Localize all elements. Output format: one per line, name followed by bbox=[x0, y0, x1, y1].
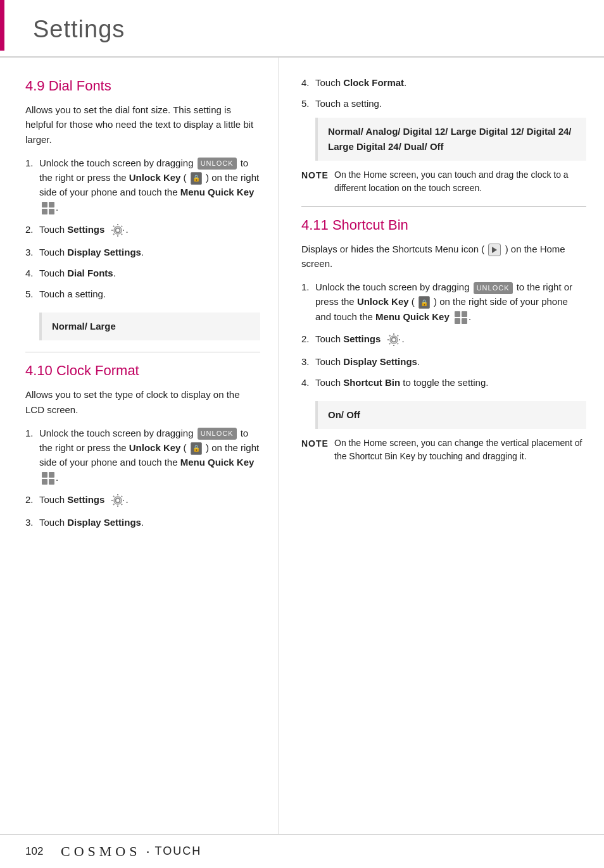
svg-rect-1 bbox=[49, 202, 54, 208]
svg-rect-8 bbox=[42, 479, 47, 485]
right-column: 4. Touch Clock Format. 5. Touch a settin… bbox=[279, 58, 604, 834]
settings-gear-icon bbox=[110, 492, 126, 509]
page: Settings 4.9 Dial Fonts Allows you to se… bbox=[0, 0, 604, 868]
step-bold: Settings bbox=[67, 224, 104, 235]
step-content: Touch Shortcut Bin to toggle the setting… bbox=[315, 375, 586, 390]
step-content: Touch Display Settings. bbox=[39, 245, 260, 259]
main-content: 4.9 Dial Fonts Allows you to set the dia… bbox=[0, 58, 604, 834]
footer-page-number: 102 bbox=[25, 843, 51, 860]
step-bold: Settings bbox=[343, 333, 381, 344]
svg-rect-6 bbox=[42, 472, 47, 478]
unlock-badge: UNLOCK bbox=[198, 428, 237, 440]
step-number: 1. bbox=[25, 156, 39, 170]
section-49-steps: 1. Unlock the touch screen by dragging U… bbox=[25, 156, 260, 302]
step-number: 1. bbox=[25, 426, 39, 440]
svg-rect-2 bbox=[42, 209, 47, 214]
footer-brand: COSMOS · TOUCH bbox=[61, 841, 201, 862]
step-number: 4. bbox=[25, 266, 39, 280]
step-bold: Unlock Key bbox=[129, 442, 181, 453]
menu-quick-key-icon bbox=[453, 310, 469, 325]
footer-touch-label: TOUCH bbox=[155, 843, 202, 860]
section-divider bbox=[25, 352, 260, 352]
step-bold2: Menu Quick Key bbox=[180, 457, 255, 468]
step-content: Touch Settings . bbox=[39, 222, 260, 239]
section-49-body: Allows you to set the dial font size. Th… bbox=[25, 102, 260, 147]
step-bold: Settings bbox=[67, 494, 104, 505]
note-text: On the Home screen, you can change the v… bbox=[334, 437, 586, 463]
lock-key-icon: 🔒 bbox=[418, 296, 430, 309]
step-number: 5. bbox=[301, 96, 315, 111]
list-item: 5. Touch a setting. bbox=[25, 287, 260, 301]
settings-gear-icon bbox=[110, 222, 126, 239]
section-411-title: 4.11 Shortcut Bin bbox=[301, 214, 586, 235]
svg-rect-9 bbox=[49, 479, 54, 485]
section-410-steps: 1. Unlock the touch screen by dragging U… bbox=[25, 426, 260, 530]
unlock-badge: UNLOCK bbox=[474, 282, 513, 294]
shortcut-bin-note: NOTE On the Home screen, you can change … bbox=[301, 437, 586, 463]
list-item: 1. Unlock the touch screen by dragging U… bbox=[25, 426, 260, 486]
step-bold: Clock Format bbox=[343, 77, 404, 88]
shortcut-bin-highlight: On/ Off bbox=[315, 401, 586, 429]
step-number: 2. bbox=[25, 222, 39, 237]
svg-point-17 bbox=[391, 337, 396, 342]
clock-format-steps-cont: 4. Touch Clock Format. 5. Touch a settin… bbox=[301, 75, 586, 111]
menu-quick-key-icon bbox=[41, 201, 56, 216]
list-item: 3. Touch Display Settings. bbox=[25, 245, 260, 259]
list-item: 2. Touch Settings . bbox=[25, 222, 260, 239]
section-divider bbox=[301, 206, 586, 207]
list-item: 5. Touch a setting. bbox=[301, 96, 586, 111]
footer-brand-name: COSMOS bbox=[61, 841, 141, 862]
section-410-body: Allows you to set the type of clock to d… bbox=[25, 387, 260, 417]
note-text: On the Home screen, you can touch and dr… bbox=[334, 168, 586, 195]
step-bold: Unlock Key bbox=[129, 172, 181, 183]
step-content: Touch Dial Fonts. bbox=[39, 266, 260, 280]
list-item: 3. Touch Display Settings. bbox=[25, 515, 260, 530]
step-content: Unlock the touch screen by dragging UNLO… bbox=[315, 280, 586, 325]
svg-rect-13 bbox=[455, 311, 460, 317]
section-411-body: Displays or hides the Shortcuts Menu ico… bbox=[301, 242, 586, 271]
step-content: Unlock the touch screen by dragging UNLO… bbox=[39, 156, 260, 216]
unlock-badge: UNLOCK bbox=[198, 158, 237, 170]
step-bold: Display Settings bbox=[343, 356, 417, 367]
lock-key-icon: 🔒 bbox=[191, 172, 202, 185]
settings-gear-icon bbox=[386, 332, 402, 348]
step-number: 3. bbox=[301, 354, 315, 369]
svg-rect-0 bbox=[42, 202, 47, 208]
step-number: 3. bbox=[25, 515, 39, 530]
step-content: Touch Display Settings. bbox=[39, 515, 260, 530]
step-number: 2. bbox=[25, 492, 39, 507]
shortcut-menu-icon bbox=[488, 244, 501, 256]
step-content: Unlock the touch screen by dragging UNLO… bbox=[39, 426, 260, 486]
list-item: 4. Touch Dial Fonts. bbox=[25, 266, 260, 280]
page-title: Settings bbox=[0, 0, 604, 58]
note-label: NOTE bbox=[301, 437, 334, 450]
list-item: 1. Unlock the touch screen by dragging U… bbox=[25, 156, 260, 216]
step-number: 2. bbox=[301, 332, 315, 346]
step-bold: Shortcut Bin bbox=[343, 377, 400, 388]
clock-format-highlight: Normal/ Analog/ Digital 12/ Large Digita… bbox=[315, 118, 586, 161]
step-number: 1. bbox=[301, 280, 315, 294]
list-item: 1. Unlock the touch screen by dragging U… bbox=[301, 280, 586, 325]
step-bold: Display Settings bbox=[67, 517, 141, 528]
step-bold2: Menu Quick Key bbox=[375, 311, 450, 322]
footer: 102 COSMOS · TOUCH bbox=[0, 834, 604, 868]
clock-format-note: NOTE On the Home screen, you can touch a… bbox=[301, 168, 586, 195]
svg-point-10 bbox=[115, 498, 120, 502]
step-content: Touch Settings . bbox=[315, 332, 586, 348]
left-column: 4.9 Dial Fonts Allows you to set the dia… bbox=[0, 58, 279, 834]
dial-fonts-highlight: Normal/ Large bbox=[39, 313, 260, 340]
svg-point-4 bbox=[115, 228, 120, 232]
svg-rect-16 bbox=[462, 318, 467, 324]
footer-brand-dot: · bbox=[146, 841, 149, 862]
step-number: 3. bbox=[25, 245, 39, 259]
step-bold: Display Settings bbox=[67, 247, 141, 257]
list-item: 2. Touch Settings . bbox=[301, 332, 586, 348]
section-410-title: 4.10 Clock Format bbox=[25, 360, 260, 381]
list-item: 4. Touch Clock Format. bbox=[301, 75, 586, 90]
step-content: Touch Settings . bbox=[39, 492, 260, 509]
step-content: Touch a setting. bbox=[315, 96, 586, 111]
header: Settings bbox=[0, 0, 604, 58]
step-content: Touch Clock Format. bbox=[315, 75, 586, 90]
step-bold2: Menu Quick Key bbox=[180, 187, 255, 197]
svg-rect-3 bbox=[49, 209, 54, 214]
